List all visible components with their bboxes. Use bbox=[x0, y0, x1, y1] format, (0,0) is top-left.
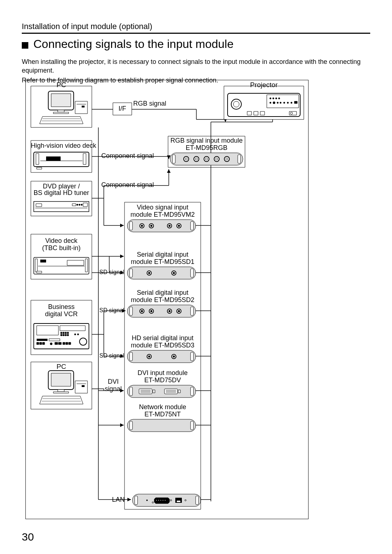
component-signal2-label: Component signal bbox=[98, 181, 167, 189]
svg-rect-135 bbox=[51, 373, 71, 386]
svg-point-74 bbox=[283, 102, 285, 103]
svg-rect-204 bbox=[178, 390, 180, 393]
component-signal-label: Component signal bbox=[98, 152, 167, 160]
svg-point-67 bbox=[273, 98, 274, 99]
svg-point-173 bbox=[173, 272, 175, 274]
svg-rect-58 bbox=[82, 106, 85, 107]
svg-rect-158 bbox=[191, 221, 193, 230]
biz-vcr-label-line2: digital VCR bbox=[31, 310, 92, 318]
svg-rect-115 bbox=[61, 334, 62, 336]
svg-rect-192 bbox=[127, 385, 196, 398]
svg-point-66 bbox=[270, 98, 271, 99]
svg-rect-137 bbox=[53, 392, 69, 393]
svg-rect-132 bbox=[69, 342, 71, 345]
svg-point-155 bbox=[226, 158, 228, 160]
svg-rect-116 bbox=[63, 334, 64, 336]
svg-point-216 bbox=[163, 500, 163, 501]
svg-rect-185 bbox=[127, 350, 196, 363]
projector-icon bbox=[224, 86, 304, 119]
projector-label: Projector bbox=[224, 81, 304, 89]
dvi-signal-label-line2: signal bbox=[102, 385, 124, 393]
svg-rect-102 bbox=[85, 259, 87, 272]
rgb-module-panel bbox=[170, 153, 243, 165]
svg-point-70 bbox=[270, 102, 271, 103]
svg-rect-126 bbox=[42, 342, 45, 345]
svg-point-184 bbox=[178, 310, 180, 312]
svg-marker-39 bbox=[167, 155, 171, 159]
dvd-label-line2: BS digital HD tuner bbox=[31, 189, 92, 197]
svg-rect-109 bbox=[37, 326, 58, 335]
svg-rect-112 bbox=[63, 332, 64, 334]
svg-rect-176 bbox=[191, 307, 193, 315]
vm2-label-line1: Video signal input bbox=[124, 204, 201, 211]
svg-point-127 bbox=[50, 343, 52, 345]
svg-point-119 bbox=[74, 334, 76, 335]
svg-point-215 bbox=[160, 500, 161, 501]
svg-rect-186 bbox=[130, 352, 132, 361]
svg-point-75 bbox=[287, 102, 289, 103]
svg-point-166 bbox=[178, 225, 180, 227]
svg-rect-106 bbox=[37, 271, 42, 273]
biz-vcr-label-line1: Business bbox=[31, 303, 92, 311]
rgb-signal-label: RGB signal bbox=[133, 100, 180, 107]
sd1-label-line2: module ET-MD95SD1 bbox=[124, 258, 201, 266]
breadcrumb: Installation of input module (optional) bbox=[22, 22, 370, 34]
svg-rect-117 bbox=[65, 334, 66, 336]
svg-point-71 bbox=[273, 102, 275, 104]
net-label-line2: ET-MD75NT bbox=[124, 411, 201, 418]
svg-point-96 bbox=[81, 204, 82, 205]
video-deck-label-line2: (TBC built-in) bbox=[31, 244, 92, 252]
svg-rect-118 bbox=[67, 334, 69, 336]
svg-point-149 bbox=[195, 158, 197, 160]
svg-rect-53 bbox=[51, 94, 71, 107]
sd-signal-label-2: SD signal bbox=[98, 307, 126, 314]
svg-point-72 bbox=[277, 102, 278, 103]
svg-rect-156 bbox=[127, 220, 196, 232]
sd2-label-line2: module ET-MD95SD2 bbox=[124, 296, 201, 304]
sd2-module-panel bbox=[127, 305, 196, 317]
svg-rect-205 bbox=[127, 419, 196, 432]
pc2-label: PC bbox=[31, 363, 92, 371]
svg-point-94 bbox=[77, 204, 78, 205]
network-module-panel bbox=[132, 494, 201, 506]
svg-rect-97 bbox=[83, 203, 87, 207]
svg-point-147 bbox=[185, 158, 187, 160]
svg-point-120 bbox=[77, 334, 79, 335]
svg-rect-131 bbox=[66, 342, 68, 345]
section-title: Connecting signals to the input module bbox=[22, 37, 370, 51]
dvi-label-line2: ET-MD75DV bbox=[124, 376, 201, 384]
svg-rect-145 bbox=[238, 155, 241, 163]
svg-rect-87 bbox=[46, 156, 61, 161]
svg-rect-174 bbox=[127, 305, 196, 317]
svg-rect-206 bbox=[130, 421, 132, 430]
svg-rect-199 bbox=[153, 390, 155, 393]
svg-rect-103 bbox=[67, 260, 84, 265]
svg-rect-129 bbox=[58, 342, 61, 345]
svg-rect-209 bbox=[135, 496, 138, 505]
svg-rect-101 bbox=[35, 259, 37, 272]
svg-rect-55 bbox=[53, 112, 69, 114]
svg-rect-136 bbox=[58, 390, 64, 392]
vm2-label-line2: module ET-MD95VM2 bbox=[124, 211, 201, 219]
svg-rect-168 bbox=[130, 269, 132, 277]
svg-rect-110 bbox=[60, 326, 85, 331]
rgb-module-label-line1: RGB signal input module bbox=[168, 137, 245, 144]
svg-marker-40 bbox=[167, 169, 171, 173]
svg-rect-86 bbox=[83, 154, 86, 164]
svg-rect-104 bbox=[40, 260, 46, 262]
svg-rect-78 bbox=[247, 111, 252, 115]
vm2-module-panel bbox=[127, 220, 196, 232]
svg-point-160 bbox=[141, 225, 143, 227]
svg-rect-193 bbox=[130, 387, 132, 396]
svg-marker-42 bbox=[120, 254, 124, 258]
svg-point-214 bbox=[158, 500, 159, 501]
svg-point-76 bbox=[291, 102, 292, 103]
svg-point-151 bbox=[205, 158, 208, 160]
rgb-module-label-line2: ET-MD95RGB bbox=[168, 144, 245, 152]
sd2-label-line1: Serial digital input bbox=[124, 289, 201, 297]
svg-point-189 bbox=[148, 356, 150, 358]
connection-diagram: PC Projector I/F RGB signal RGB signal i… bbox=[25, 80, 309, 519]
dvi-label-line1: DVI input module bbox=[124, 369, 201, 377]
svg-rect-167 bbox=[127, 267, 196, 279]
hv-deck-label: High-vision video deck bbox=[31, 142, 92, 150]
